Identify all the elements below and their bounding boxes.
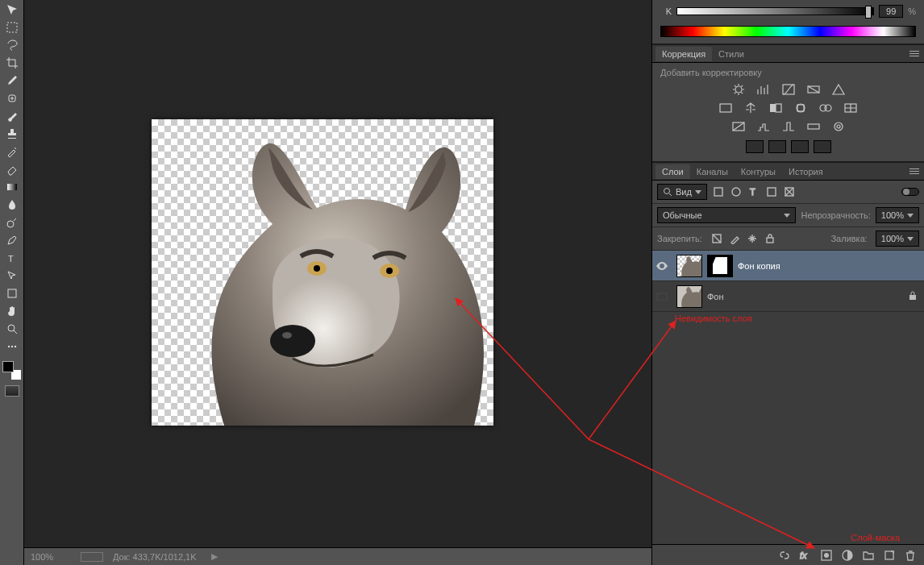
tool-marquee[interactable] xyxy=(2,19,22,35)
tab-paths[interactable]: Контуры xyxy=(735,164,782,179)
zoom-level[interactable]: 100% xyxy=(31,552,71,562)
tool-brush[interactable] xyxy=(2,108,22,124)
filter-pixel-icon[interactable] xyxy=(712,185,725,198)
tool-history-brush[interactable] xyxy=(2,143,22,160)
layer-thumbnail[interactable] xyxy=(676,255,702,277)
new-group-icon[interactable] xyxy=(861,548,876,563)
opacity-dropdown[interactable]: 100% xyxy=(876,207,919,223)
tool-crop[interactable] xyxy=(2,55,22,71)
tool-lasso[interactable] xyxy=(2,37,22,53)
lock-position-icon[interactable] xyxy=(746,232,759,245)
adj-curves-icon[interactable] xyxy=(780,82,797,97)
adj-bw-icon[interactable] xyxy=(767,101,785,115)
canvas-area[interactable] xyxy=(24,0,651,547)
tool-dodge[interactable] xyxy=(2,214,22,231)
tab-channels[interactable]: Каналы xyxy=(690,164,735,179)
layers-panel-menu-icon[interactable] xyxy=(909,168,919,174)
tool-blur[interactable] xyxy=(2,197,22,213)
tool-move[interactable] xyxy=(2,2,22,18)
svg-point-30 xyxy=(837,125,840,128)
filter-smart-icon[interactable] xyxy=(783,185,796,198)
delete-layer-icon[interactable] xyxy=(903,548,918,563)
layer-name[interactable]: Фон xyxy=(707,292,903,301)
panel-menu-icon[interactable] xyxy=(909,51,919,56)
adj-preset-3[interactable] xyxy=(791,140,809,153)
visibility-toggle[interactable] xyxy=(652,261,672,271)
tool-shape[interactable] xyxy=(2,285,22,301)
adj-hue-icon[interactable] xyxy=(717,101,735,115)
fill-dropdown[interactable]: 100% xyxy=(876,231,919,247)
foreground-background-colors[interactable] xyxy=(2,361,22,380)
tool-more[interactable] xyxy=(2,339,22,355)
adj-preset-4[interactable] xyxy=(814,140,831,153)
svg-rect-32 xyxy=(714,188,722,196)
tool-pen[interactable] xyxy=(2,232,22,248)
tab-styles[interactable]: Стили xyxy=(712,47,751,61)
color-value[interactable]: 99 xyxy=(879,5,903,18)
layer-name[interactable]: Фон копия xyxy=(738,261,918,271)
tab-adjustments[interactable]: Коррекция xyxy=(656,47,712,61)
adj-preset-2[interactable] xyxy=(768,140,786,153)
adj-posterize-icon[interactable] xyxy=(755,119,772,134)
adj-vibrance-icon[interactable] xyxy=(830,82,847,97)
adj-photo-filter-icon[interactable] xyxy=(792,101,810,115)
tab-layers[interactable]: Слои xyxy=(656,164,690,179)
adj-levels-icon[interactable] xyxy=(755,82,772,97)
filter-adjust-icon[interactable] xyxy=(730,185,743,198)
tool-gradient[interactable] xyxy=(2,179,22,195)
layer-filter-dropdown[interactable]: Вид xyxy=(657,184,707,200)
foreground-color-swatch[interactable] xyxy=(2,361,14,372)
color-slider-track[interactable] xyxy=(676,7,874,15)
tool-zoom[interactable] xyxy=(2,321,22,337)
tool-eyedropper[interactable] xyxy=(2,73,22,89)
adj-lookup-icon[interactable] xyxy=(842,101,859,115)
tool-heal[interactable] xyxy=(2,90,22,106)
adj-preset-1[interactable] xyxy=(746,140,764,153)
new-adjustment-icon[interactable] xyxy=(840,548,855,563)
document-window[interactable] xyxy=(152,119,493,426)
adj-threshold-icon[interactable] xyxy=(780,119,797,134)
lock-pixels-icon[interactable] xyxy=(728,232,741,245)
tool-stamp[interactable] xyxy=(2,126,22,142)
adj-channel-mixer-icon[interactable] xyxy=(817,101,835,115)
status-bar: 100% Док: 433,7K/1012,1K ▶ xyxy=(24,547,651,565)
thumbnail-strip-icon[interactable] xyxy=(81,552,103,562)
new-layer-icon[interactable] xyxy=(882,548,897,563)
adj-invert-icon[interactable] xyxy=(730,119,747,134)
right-panel-column: K 99 % Коррекция Стили Добавить корректи… xyxy=(651,0,924,565)
svg-point-3 xyxy=(7,221,14,227)
tab-history[interactable]: История xyxy=(782,164,830,179)
quick-mask-toggle[interactable] xyxy=(5,385,19,397)
adj-balance-icon[interactable] xyxy=(742,101,760,115)
tool-hand[interactable] xyxy=(2,303,22,319)
adj-brightness-icon[interactable] xyxy=(730,82,747,97)
tools-toolbar: T xyxy=(0,0,24,565)
filter-type-icon[interactable]: T xyxy=(747,185,760,198)
layer-list: Фон копия Фон Невидимость слоя xyxy=(652,251,924,325)
adj-gradient-map-icon[interactable] xyxy=(805,119,822,134)
svg-point-9 xyxy=(14,346,15,347)
tool-eraser[interactable] xyxy=(2,161,22,177)
layer-row[interactable]: Фон копия xyxy=(652,251,924,281)
svg-point-44 xyxy=(824,553,829,558)
tool-path-select[interactable] xyxy=(2,268,22,284)
layer-fx-icon[interactable]: fx xyxy=(798,548,813,563)
adj-selective-icon[interactable] xyxy=(830,119,847,134)
tool-type[interactable]: T xyxy=(2,250,22,266)
adj-exposure-icon[interactable] xyxy=(805,82,822,97)
lock-all-icon[interactable] xyxy=(764,232,776,245)
layer-thumbnail[interactable] xyxy=(676,285,702,308)
doc-info-menu[interactable]: ▶ xyxy=(211,551,218,562)
blend-mode-dropdown[interactable]: Обычные xyxy=(657,207,796,223)
layer-mask-thumbnail[interactable] xyxy=(707,255,733,277)
layer-row[interactable]: Фон xyxy=(652,281,924,312)
color-slider-knob[interactable] xyxy=(865,6,872,19)
filter-toggle[interactable] xyxy=(901,188,919,196)
visibility-toggle[interactable] xyxy=(652,292,672,301)
color-spectrum-ramp[interactable] xyxy=(660,26,916,37)
lock-transparency-icon[interactable] xyxy=(710,232,723,245)
add-mask-icon[interactable] xyxy=(819,548,834,563)
doc-info: Док: 433,7K/1012,1K xyxy=(113,552,197,562)
link-layers-icon[interactable] xyxy=(777,548,792,563)
filter-shape-icon[interactable] xyxy=(765,185,778,198)
